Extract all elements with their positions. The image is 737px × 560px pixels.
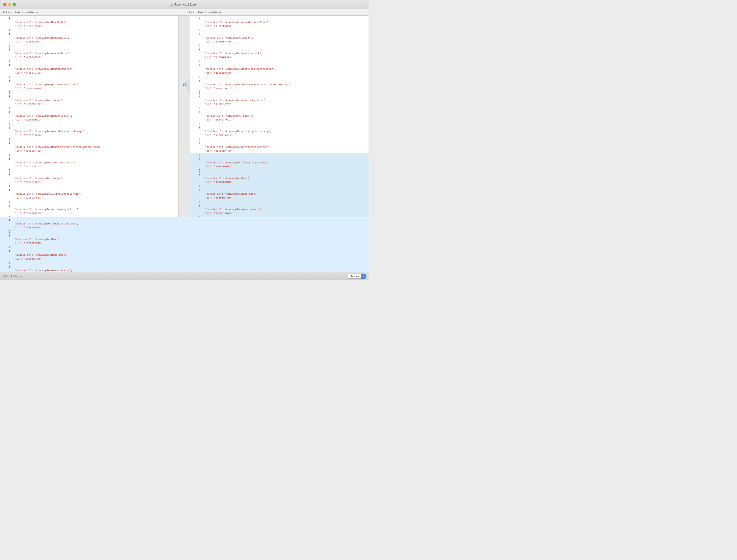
right-line-24: }, [190, 106, 368, 110]
left-line-50: "bundle-id": "com.apple.watchmemojiedito… [0, 208, 178, 212]
right-file-path: 15.json - /Users/khaos/Desktop [187, 11, 222, 14]
left-line-3: "id": "1459548673" [0, 24, 178, 28]
left-line-13: { [0, 63, 178, 67]
right-line-26: "bundle-id": "com.apple.findmy", [190, 114, 368, 118]
left-line-45: { [0, 188, 178, 192]
left-line-33: { [0, 141, 178, 145]
diff-connector: 1 [179, 78, 190, 92]
right-line-49: { [190, 204, 368, 208]
left-line-43: "id": "1514844621" [0, 180, 178, 184]
right-line-17: { [190, 79, 368, 83]
bottom-line-3: "id": "1588560608" [0, 226, 368, 230]
bottom-line-4: }, [0, 230, 368, 234]
left-line-48: }, [0, 200, 178, 204]
titlebar: 145.json vs. 15.json [0, 0, 368, 9]
maximize-button[interactable] [13, 3, 16, 6]
right-diff-pane[interactable]: { "bundle-id": "com.apple.private.NanoTi… [190, 16, 368, 217]
right-line-38: "bundle-id": "com.apple.findmy.finditems… [190, 161, 368, 165]
left-line-37: { [0, 157, 178, 161]
left-line-46: "bundle-id": "com.apple.ActivityMonitorA… [0, 192, 178, 196]
left-line-21: { [0, 95, 178, 98]
left-line-12: }, [0, 59, 178, 63]
left-line-20: }, [0, 91, 178, 95]
left-line-36: }, [0, 153, 178, 157]
left-line-38: "bundle-id": "com.apple.shortcuts.watch"… [0, 161, 178, 165]
left-file-path: 145.json - /Users/khaos/Desktop [3, 11, 39, 14]
file-headers: 145.json - /Users/khaos/Desktop 15.json … [0, 9, 368, 16]
right-line-43: "id": "1560383515" [190, 180, 368, 184]
actions-button[interactable]: Actions [348, 274, 366, 279]
left-line-39: "id": "1462947752" [0, 165, 178, 169]
left-line-22: "bundle-id": "com.apple.tincan", [0, 98, 178, 102]
right-line-31: "id": "1288224953" [190, 134, 368, 137]
bottom-line-6: "bundle-id": "com.apple.Mind", [0, 238, 368, 241]
right-line-16: }, [190, 75, 368, 79]
right-line-22: "bundle-id": "com.apple.shortcuts.watch"… [190, 98, 368, 102]
right-line-1: { [190, 17, 368, 20]
left-line-10: "bundle-id": "com.apple.nanoBedTime", [0, 52, 178, 56]
statusbar: status: 1 difference Actions [0, 272, 368, 280]
bottom-line-12: }, [0, 261, 368, 265]
window-title: 145.json vs. 15.json [171, 3, 197, 6]
left-line-28: }, [0, 122, 178, 126]
right-line-25: { [190, 110, 368, 114]
file-header-left: 145.json - /Users/khaos/Desktop [0, 9, 184, 15]
left-line-49: { [0, 204, 178, 208]
right-line-51: "id": "1069512615" [190, 212, 368, 216]
right-line-50: "bundle-id": "com.apple.NanoContacts", [190, 208, 368, 212]
left-line-2: "bundle-id": "com.apple.NanoRadio", [0, 20, 178, 24]
right-line-15: "id": "1505627600" [190, 71, 368, 75]
left-line-32: }, [0, 137, 178, 141]
right-line-30: "bundle-id": "com.apple.ActivityMonitorA… [190, 130, 368, 134]
left-line-27: "id": "1160481993" [0, 118, 178, 122]
left-line-29: { [0, 126, 178, 130]
right-line-45: { [190, 188, 368, 192]
actions-dropdown-arrow[interactable] [361, 274, 366, 279]
right-line-8: }, [190, 44, 368, 48]
bottom-panel[interactable]: { "bundle-id": "com.apple.findmy.findite… [0, 217, 368, 272]
close-button[interactable] [3, 3, 6, 6]
right-line-20: }, [190, 91, 368, 95]
left-line-23: "id": "1459550430" [0, 102, 178, 106]
left-line-18: "bundle-id": "com.apple.private.NanoTime… [0, 83, 178, 87]
right-line-41: { [190, 173, 368, 176]
bottom-line-5: { [0, 234, 368, 238]
left-diff-pane[interactable]: { "bundle-id": "com.apple.NanoRadio", "i… [0, 16, 179, 217]
left-line-17: { [0, 79, 178, 83]
right-line-7: "id": "1459550430" [190, 40, 368, 44]
left-line-7: "id": "1459548957" [0, 40, 178, 44]
left-line-6: "bundle-id": "com.apple.NanoRemote", [0, 36, 178, 40]
right-line-10: "bundle-id": "com.apple.NanoPassbook", [190, 52, 368, 56]
right-line-46: "bundle-id": "com.apple.NanoTips", [190, 192, 368, 196]
actions-label[interactable]: Actions [348, 274, 361, 279]
svg-marker-0 [363, 276, 364, 277]
right-line-2: "bundle-id": "com.apple.private.NanoTime… [190, 20, 368, 24]
right-line-18: "bundle-id": "com.apple.NanoOxygenSatura… [190, 83, 368, 87]
left-line-11: "id": "1459549509" [0, 56, 178, 59]
right-line-4: }, [190, 28, 368, 32]
minimize-button[interactable] [8, 3, 11, 6]
bottom-line-9: { [0, 249, 368, 253]
left-line-15: "id": "1459549731" [0, 71, 178, 75]
diff-divider: 1 [179, 16, 190, 217]
right-line-35: "id": "1526384700" [190, 149, 368, 153]
bottom-line-1: { [0, 218, 368, 222]
right-line-28: }, [190, 122, 368, 126]
right-line-39: "id": "1588560608" [190, 165, 368, 169]
right-line-44: }, [190, 184, 368, 188]
left-line-51: "id": "1526384700" [0, 212, 178, 216]
left-line-9: { [0, 48, 178, 52]
left-line-5: { [0, 32, 178, 36]
right-line-19: "id": "1505627452" [190, 87, 368, 91]
left-line-42: "bundle-id": "com.apple.findmy", [0, 176, 178, 180]
bottom-line-8: }, [0, 245, 368, 249]
right-line-13: { [190, 63, 368, 67]
bottom-line-10: "bundle-id": "com.apple.NanoTips", [0, 253, 368, 257]
main-window: 145.json vs. 15.json 145.json - /Users/k… [0, 0, 368, 280]
right-line-14: "bundle-id": "com.apple.NanoSleep.watchk… [190, 67, 368, 71]
left-line-8: }, [0, 44, 178, 48]
right-line-27: "id": "1514844621" [190, 118, 368, 122]
left-line-16: }, [0, 75, 178, 79]
right-line-6: "bundle-id": "com.apple.tincan", [190, 36, 368, 40]
left-line-31: "id": "1505627600" [0, 134, 178, 137]
